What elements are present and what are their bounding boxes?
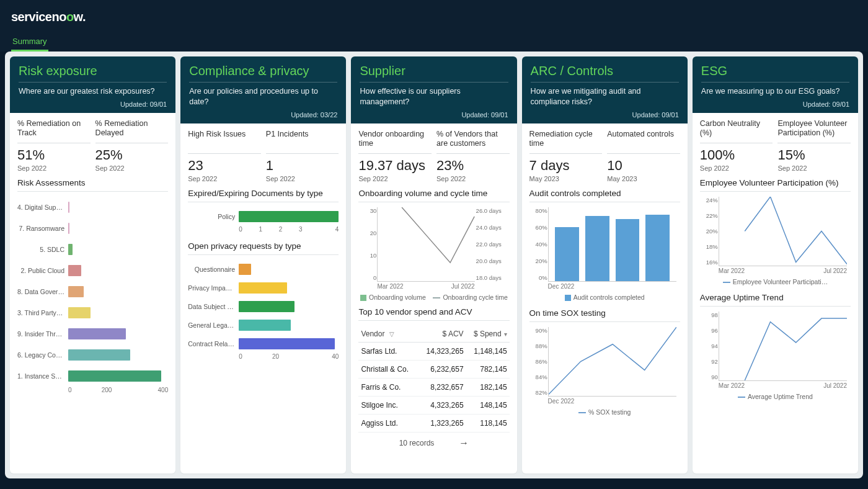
metric-carbon-neutrality: Carbon Neutrality (%) 100% Sep 2022 bbox=[700, 119, 773, 172]
card-subtitle: How effective is our suppliers managemen… bbox=[360, 86, 508, 107]
bar[interactable] bbox=[585, 216, 609, 281]
card-subtitle: Where are our greatest risk exposures? bbox=[19, 86, 167, 97]
col-vendor[interactable]: Vendor bbox=[358, 326, 418, 343]
chart-privacy-requests[interactable]: QuestionnairePrivacy Impact A…Data Subje… bbox=[188, 260, 339, 360]
bar-row[interactable]: 3. Third Party Vul… bbox=[17, 302, 168, 323]
bar[interactable] bbox=[645, 215, 670, 281]
chart-sox-testing[interactable]: 90%88%86%84%82% bbox=[548, 327, 676, 397]
legend-uptime: Average Uptime Trend bbox=[748, 393, 813, 400]
card-risk-exposure: Risk exposure Where are our greatest ris… bbox=[10, 56, 175, 473]
logo: servicenoow. bbox=[11, 6, 857, 30]
updated-label: Updated: 09/01 bbox=[360, 111, 508, 119]
record-count: 10 records bbox=[399, 439, 435, 447]
logo-text: serviceno bbox=[11, 10, 66, 24]
dashboard-columns: Risk exposure Where are our greatest ris… bbox=[5, 52, 863, 478]
chart-risk-assessments[interactable]: 4. Digital Supply…7. Ransomware5. SDLC2.… bbox=[17, 197, 168, 393]
card-supplier: Supplier How effective is our suppliers … bbox=[351, 56, 516, 473]
bar[interactable] bbox=[555, 227, 579, 281]
topbar: servicenoow. Summary bbox=[0, 0, 868, 52]
chart-onboarding-combo[interactable]: 3020100 26.0 days24.0 days22.0 days20.0 … bbox=[377, 207, 474, 282]
tab-bar: Summary bbox=[11, 33, 857, 52]
chart-title-sox: On time SOX testing bbox=[529, 308, 680, 318]
table-row[interactable]: Sarfas Ltd.14,323,2651,148,145 bbox=[358, 342, 509, 360]
chart-uptime[interactable]: 9896949290 bbox=[719, 312, 847, 381]
bar-row[interactable]: Questionnaire bbox=[188, 260, 339, 279]
bar-row[interactable]: Data Subject Re… bbox=[188, 297, 339, 316]
vendor-table[interactable]: Vendor $ ACV $ Spend Sarfas Ltd.14,323,2… bbox=[358, 326, 509, 433]
card-title: Risk exposure bbox=[19, 64, 167, 78]
table-row[interactable]: Christall & Co.6,232,657782,145 bbox=[358, 360, 509, 378]
legend-evp: Employee Volunteer Participati… bbox=[733, 278, 828, 285]
sort-icon[interactable] bbox=[502, 330, 507, 338]
metric-remediation-delayed: % Remediation Delayed 25% Sep 2022 bbox=[95, 119, 169, 172]
bar[interactable] bbox=[616, 219, 640, 281]
table-title-vendor-spend: Top 10 vendor spend and ACV bbox=[358, 307, 509, 316]
card-subtitle: Are we measuring up to our ESG goals? bbox=[701, 86, 849, 97]
table-row[interactable]: Stilgoe Inc.4,323,265148,145 bbox=[358, 396, 509, 414]
legend-audit: Audit controls completed bbox=[574, 294, 645, 301]
metric-p1-incidents: P1 Incidents 1 Sep 2022 bbox=[266, 130, 339, 182]
card-subtitle: How are we mitigating audit and complian… bbox=[531, 86, 679, 107]
tab-summary[interactable]: Summary bbox=[11, 33, 48, 52]
chart-title-audit-controls: Audit controls completed bbox=[529, 189, 680, 198]
metric-remediation-cycle: Remediation cycle time 7 days May 2023 bbox=[529, 130, 603, 182]
card-header: Risk exposure Where are our greatest ris… bbox=[10, 56, 175, 113]
chart-audit-controls[interactable]: 80%60%40%20%0% bbox=[548, 207, 676, 282]
bar-row[interactable]: 1. Instance Secur… bbox=[17, 366, 168, 387]
bar-row[interactable]: 7. Ransomware bbox=[17, 218, 168, 239]
chart-title-uptime: Average Uptime Trend bbox=[700, 293, 851, 302]
metric-vendor-customers: % of Vendors that are customers 23% Sep … bbox=[436, 130, 510, 182]
col-spend[interactable]: $ Spend bbox=[466, 326, 510, 343]
chart-evp[interactable]: 24%22%20%18%16% bbox=[719, 197, 847, 266]
updated-label: Updated: 09/01 bbox=[531, 111, 679, 119]
table-row[interactable]: Aggiss Ltd.1,323,265118,145 bbox=[358, 414, 509, 432]
card-esg: ESG Are we measuring up to our ESG goals… bbox=[693, 56, 858, 473]
bar-row[interactable]: 8. Data Governa… bbox=[17, 281, 168, 302]
metric-onboarding-time: Vendor onboarding time 19.37 days Sep 20… bbox=[358, 130, 432, 182]
table-footer: 10 records → bbox=[358, 433, 509, 449]
metric-high-risk-issues: High Risk Issues 23 Sep 2022 bbox=[188, 130, 261, 182]
metric-automated-controls: Automated controls 10 May 2023 bbox=[607, 130, 680, 182]
card-title: Compliance & privacy bbox=[189, 64, 337, 78]
legend-sox: % SOX testing bbox=[588, 408, 631, 416]
chart-title-expired-docs: Expired/Expiring Documents by type bbox=[188, 189, 339, 198]
card-arc-controls: ARC / Controls How are we mitigating aud… bbox=[522, 56, 688, 473]
bar-row[interactable]: Contract Relate… bbox=[188, 334, 339, 353]
col-acv[interactable]: $ ACV bbox=[418, 326, 466, 343]
card-title: Supplier bbox=[360, 64, 508, 78]
bar-row[interactable]: 4. Digital Supply… bbox=[17, 197, 168, 218]
card-subtitle: Are our policies and procedures up to da… bbox=[189, 86, 337, 107]
bar-row[interactable]: 5. SDLC bbox=[17, 239, 168, 260]
legend-onboarding: Onboarding volume Onboarding cycle time bbox=[358, 294, 509, 301]
bar-row[interactable]: 9. Insider Threat bbox=[17, 323, 168, 344]
chart-title-onboarding: Onboarding volume and cycle time bbox=[358, 189, 509, 198]
bar-row[interactable]: 2. Public Cloud bbox=[17, 260, 168, 281]
table-row[interactable]: Farris & Co.8,232,657182,145 bbox=[358, 378, 509, 396]
updated-label: Updated: 09/01 bbox=[701, 101, 849, 108]
chart-title-privacy-requests: Open privacy requests by type bbox=[188, 241, 339, 251]
updated-label: Updated: 09/01 bbox=[19, 101, 167, 108]
bar-row[interactable]: Policy bbox=[188, 207, 339, 226]
bar-row[interactable]: General Legal R… bbox=[188, 316, 339, 334]
card-title: ESG bbox=[701, 64, 849, 78]
updated-label: Updated: 03/22 bbox=[189, 111, 337, 119]
filter-icon[interactable] bbox=[384, 330, 394, 338]
bar-row[interactable]: Privacy Impact A… bbox=[188, 279, 339, 297]
chart-title-risk-assessments: Risk Assessments bbox=[17, 178, 168, 187]
card-compliance-privacy: Compliance & privacy Are our policies an… bbox=[180, 56, 346, 473]
metric-volunteer-participation: Employee Volunteer Participation (%) 15%… bbox=[777, 119, 851, 172]
metric-remediation-on-track: % Remediation on Track 51% Sep 2022 bbox=[17, 119, 91, 172]
card-title: ARC / Controls bbox=[531, 64, 679, 78]
chart-expired-docs[interactable]: Policy01234 bbox=[188, 207, 339, 233]
bar-row[interactable]: 6. Legacy Code … bbox=[17, 344, 168, 366]
next-page-button[interactable]: → bbox=[459, 437, 469, 449]
chart-title-evp: Employee Volunteer Participation (%) bbox=[700, 178, 851, 187]
